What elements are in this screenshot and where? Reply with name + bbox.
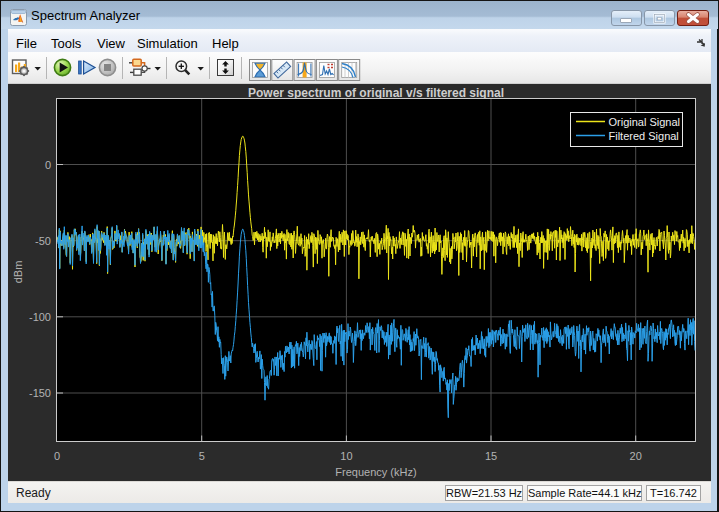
svg-text:Filtered Signal: Filtered Signal [609,130,679,142]
svg-text:15: 15 [485,450,497,462]
svg-text:0: 0 [54,450,60,462]
svg-text:Power spectrum of original v/s: Power spectrum of original v/s filtered … [248,86,504,100]
svg-text:20: 20 [630,450,642,462]
svg-text:-100: -100 [29,311,51,323]
svg-text:dBm: dBm [12,261,24,284]
svg-text:5: 5 [199,450,205,462]
svg-text:0: 0 [45,159,51,171]
svg-text:Frequency (kHz): Frequency (kHz) [335,466,416,478]
svg-text:10: 10 [340,450,352,462]
svg-text:-150: -150 [29,387,51,399]
svg-text:Original Signal: Original Signal [609,116,681,128]
svg-text:-50: -50 [35,235,51,247]
